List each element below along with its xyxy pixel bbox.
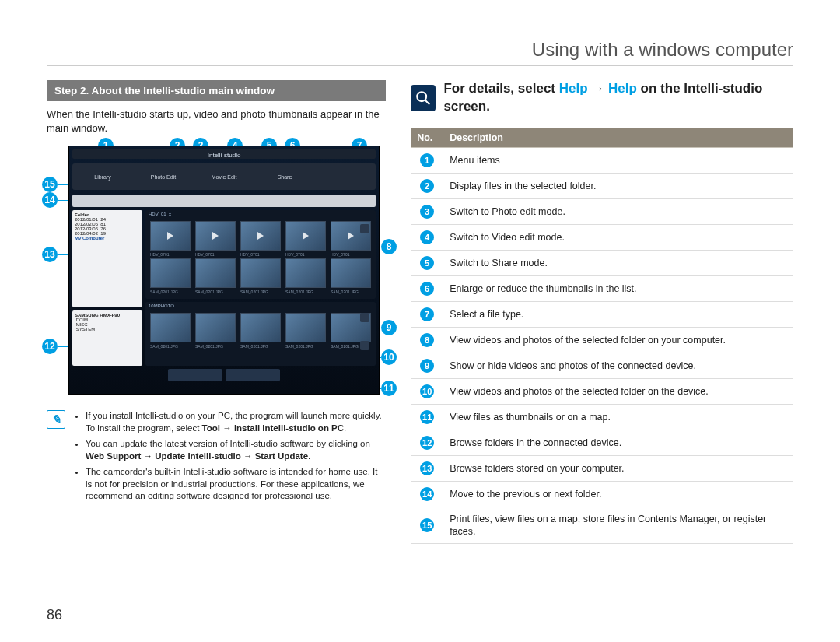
- page-number: 86: [47, 607, 62, 623]
- row-number: 9: [411, 353, 443, 378]
- note-item-1: If you install Intelli-studio on your PC…: [86, 410, 386, 434]
- svg-line-1: [425, 100, 430, 105]
- row-number: 10: [411, 378, 443, 404]
- note-box: ✎ If you install Intelli-studio on your …: [47, 410, 386, 507]
- table-row: 12Browse folders in the connected device…: [411, 430, 793, 455]
- help-link-2: Help: [608, 81, 637, 96]
- callout-8: 8: [381, 239, 397, 254]
- table-row: 11View files as thumbnails or on a map.: [411, 404, 793, 430]
- row-number: 6: [411, 275, 443, 301]
- note-item-2: You can update the latest version of Int…: [86, 438, 386, 462]
- callout-14: 14: [42, 192, 58, 208]
- th-no: No.: [411, 128, 443, 148]
- magnifier-icon: [411, 85, 436, 111]
- row-description: Enlarge or reduce the thumbnails in the …: [443, 275, 793, 301]
- page-title: Using with a windows computer: [47, 39, 793, 66]
- row-number: 8: [411, 327, 443, 353]
- row-number: 13: [411, 455, 443, 481]
- thumb-section-videos: HDV_01_x HDV_0701 HDV_0701 HDV_0701 HDV_…: [145, 210, 376, 299]
- callout-9: 9: [381, 320, 397, 335]
- row-description: Switch to Video edit mode.: [443, 224, 793, 250]
- folder-tree-pc: Folder 2012/01/01 24 2012/02/05 81 2012/…: [72, 210, 142, 307]
- row-description: Select a file type.: [443, 301, 793, 327]
- callout-13: 13: [42, 247, 58, 262]
- row-description: Browse folders stored on your computer.: [443, 455, 793, 481]
- row-number: 4: [411, 224, 443, 250]
- table-row: 1Menu items: [411, 147, 793, 173]
- screenshot-diagram: 1 2 3 4 5 6 7 15 14 13 12 8 9: [47, 146, 386, 395]
- row-description: View videos and photos of the selected f…: [443, 327, 793, 353]
- row-description: Display files in the selected folder.: [443, 173, 793, 198]
- folder-tree-device: SAMSUNG HMX-F90 DCIM MISC SYSTEM: [72, 310, 142, 366]
- table-row: 2Display files in the selected folder.: [411, 173, 793, 198]
- row-description: View files as thumbnails or on a map.: [443, 404, 793, 430]
- note-icon: ✎: [47, 410, 65, 429]
- row-description: Move to the previous or next folder.: [443, 481, 793, 507]
- row-number: 1: [411, 147, 443, 173]
- note-item-3: The camcorder's built-in Intelli-studio …: [86, 466, 386, 503]
- step-heading-bar: Step 2. About the Intelli-studio main wi…: [47, 80, 386, 101]
- row-description: Print files, view files on a map, store …: [443, 507, 793, 544]
- table-row: 10View videos and photos of the selected…: [411, 378, 793, 404]
- th-desc: Description: [443, 128, 793, 148]
- help-text-pre: For details, select: [443, 81, 558, 96]
- table-row: 4Switch to Video edit mode.: [411, 224, 793, 250]
- thumb-section-photos: 10MPHOTO SAM_0201.JPG SAM_0201.JPG SAM_0…: [145, 302, 376, 366]
- brand-label: Intelli-studio: [208, 152, 241, 159]
- topbar-share: Share: [270, 174, 299, 180]
- svg-point-0: [417, 92, 426, 101]
- topbar-movieedit: Movie Edit: [209, 174, 239, 180]
- callout-12: 12: [42, 339, 58, 354]
- row-description: View videos and photos of the selected f…: [443, 378, 793, 404]
- topbar-library: Library: [88, 174, 117, 180]
- table-row: 5Switch to Share mode.: [411, 250, 793, 275]
- row-number: 14: [411, 481, 443, 507]
- callout-15: 15: [42, 177, 58, 192]
- row-number: 11: [411, 404, 443, 430]
- help-link-1: Help: [559, 81, 588, 96]
- row-number: 3: [411, 198, 443, 224]
- row-description: Menu items: [443, 147, 793, 173]
- row-description: Browse folders in the connected device.: [443, 430, 793, 455]
- description-table: No. Description 1Menu items2Display file…: [411, 128, 793, 545]
- table-row: 9Show or hide videos and photos of the c…: [411, 353, 793, 378]
- callout-10: 10: [381, 349, 397, 365]
- intro-text: When the Intelli-studio starts up, video…: [47, 107, 386, 135]
- table-row: 8View videos and photos of the selected …: [411, 327, 793, 353]
- row-number: 12: [411, 430, 443, 455]
- table-row: 3Switch to Photo edit mode.: [411, 198, 793, 224]
- table-row: 13Browse folders stored on your computer…: [411, 455, 793, 481]
- row-number: 7: [411, 301, 443, 327]
- row-number: 15: [411, 507, 443, 544]
- callout-11: 11: [381, 381, 397, 396]
- row-number: 2: [411, 173, 443, 198]
- row-description: Switch to Share mode.: [443, 250, 793, 275]
- topbar-photoedit: Photo Edit: [149, 174, 178, 180]
- row-number: 5: [411, 250, 443, 275]
- row-description: Switch to Photo edit mode.: [443, 198, 793, 224]
- row-description: Show or hide videos and photos of the co…: [443, 353, 793, 378]
- help-hint: For details, select Help → Help on the I…: [411, 80, 793, 116]
- table-row: 14Move to the previous or next folder.: [411, 481, 793, 507]
- table-row: 6Enlarge or reduce the thumbnails in the…: [411, 275, 793, 301]
- table-row: 7Select a file type.: [411, 301, 793, 327]
- table-row: 15Print files, view files on a map, stor…: [411, 507, 793, 544]
